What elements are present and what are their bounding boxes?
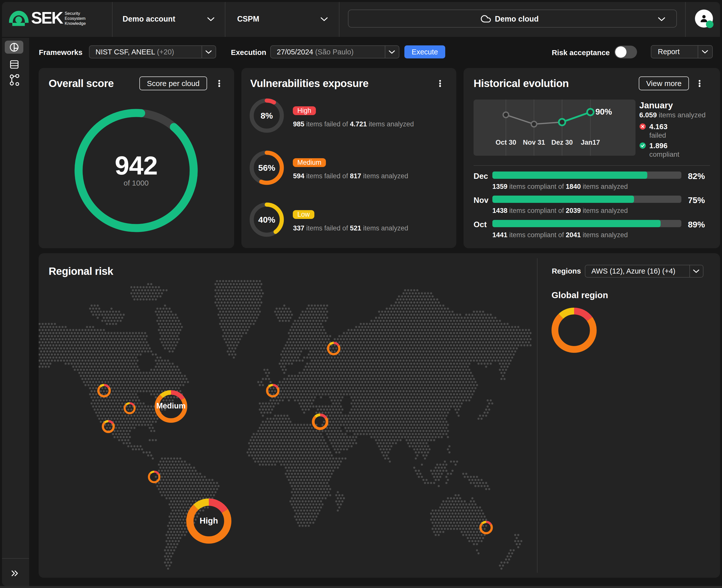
svg-text:Oct 30: Oct 30 [496,139,516,146]
svg-text:Dez 30: Dez 30 [551,139,573,146]
svg-text:Nov 31: Nov 31 [523,139,545,146]
svg-text:90%: 90% [595,107,612,116]
svg-text:Jan17: Jan17 [581,139,600,146]
